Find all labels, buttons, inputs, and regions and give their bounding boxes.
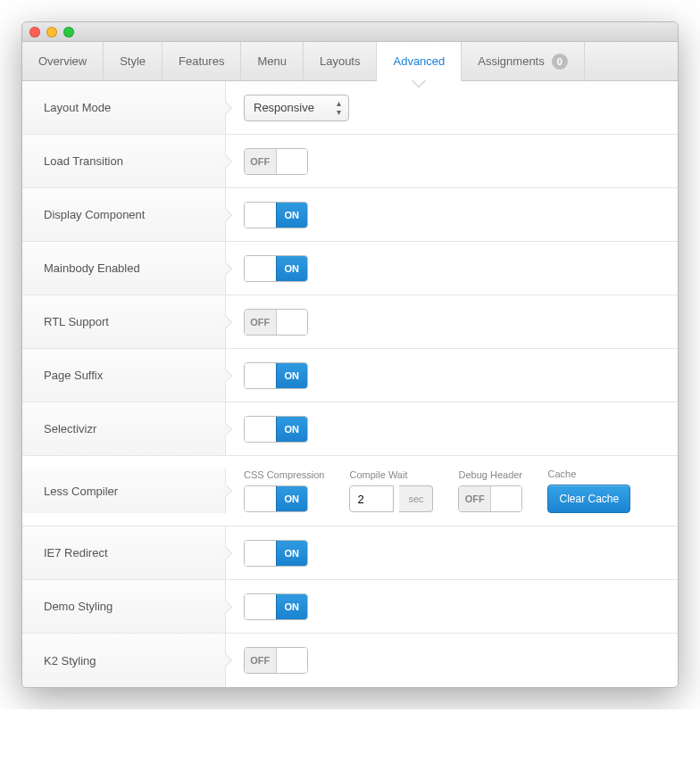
- tab-advanced[interactable]: Advanced: [377, 42, 462, 81]
- load-transition-toggle[interactable]: OFF: [244, 148, 308, 175]
- row-page-suffix: Page Suffix ON: [22, 349, 678, 402]
- demo-styling-toggle[interactable]: ON: [244, 593, 308, 620]
- row-less-compiler: Less Compiler CSS Compression ON Compile…: [22, 456, 678, 526]
- tab-label: Advanced: [393, 54, 445, 68]
- tab-assignments[interactable]: Assignments 0: [462, 42, 584, 80]
- compile-wait-group: Compile Wait sec: [349, 469, 433, 512]
- toggle-off-label: OFF: [245, 310, 277, 335]
- toggle-on-label: ON: [276, 486, 308, 511]
- tab-style[interactable]: Style: [104, 42, 162, 80]
- tab-label: Menu: [257, 54, 287, 68]
- row-label: Display Component: [22, 188, 226, 241]
- row-label: Selectivizr: [22, 402, 226, 455]
- row-load-transition: Load Transition OFF: [22, 135, 678, 188]
- row-label: K2 Styling: [22, 634, 226, 687]
- advanced-panel: Layout Mode Responsive ▴▾ Load Transitio…: [22, 81, 678, 687]
- tab-menu[interactable]: Menu: [241, 42, 304, 80]
- toggle-on-label: ON: [276, 363, 308, 388]
- assignments-count-badge: 0: [552, 54, 568, 70]
- toggle-on-label: ON: [276, 594, 308, 619]
- toggle-knob: [245, 541, 276, 566]
- sublabel: Compile Wait: [349, 469, 433, 480]
- selectivizr-toggle[interactable]: ON: [244, 416, 308, 443]
- debug-header-group: Debug Header OFF: [458, 469, 522, 512]
- sublabel: CSS Compression: [244, 469, 324, 480]
- window-zoom-icon[interactable]: [63, 27, 74, 37]
- toggle-knob: [245, 363, 276, 388]
- tab-overview[interactable]: Overview: [22, 42, 104, 80]
- toggle-knob: [245, 256, 276, 281]
- display-component-toggle[interactable]: ON: [244, 202, 308, 228]
- k2-styling-toggle[interactable]: OFF: [244, 647, 308, 674]
- sublabel: Cache: [547, 468, 630, 479]
- debug-header-toggle[interactable]: OFF: [458, 485, 522, 512]
- toggle-knob: [491, 486, 522, 511]
- ie7-redirect-toggle[interactable]: ON: [244, 540, 308, 567]
- cache-group: Cache Clear Cache: [547, 468, 630, 513]
- clear-cache-button[interactable]: Clear Cache: [547, 485, 630, 513]
- tab-label: Layouts: [320, 54, 361, 68]
- chevron-updown-icon: ▴▾: [337, 99, 341, 117]
- tabbar: Overview Style Features Menu Layouts Adv…: [22, 42, 678, 81]
- tab-label: Features: [179, 54, 224, 68]
- css-compression-toggle[interactable]: ON: [244, 485, 308, 512]
- toggle-knob: [277, 310, 308, 335]
- tab-label: Overview: [38, 54, 87, 68]
- row-rtl-support: RTL Support OFF: [22, 295, 678, 349]
- row-label: Mainbody Enabled: [22, 242, 226, 294]
- toggle-on-label: ON: [276, 256, 308, 281]
- row-label: Less Compiler: [22, 468, 226, 513]
- tab-label: Style: [120, 54, 146, 68]
- row-label: Layout Mode: [22, 81, 226, 134]
- toggle-knob: [245, 594, 276, 619]
- settings-window: Overview Style Features Menu Layouts Adv…: [21, 21, 679, 688]
- row-layout-mode: Layout Mode Responsive ▴▾: [22, 81, 678, 135]
- row-label: Load Transition: [22, 135, 226, 187]
- row-label: Page Suffix: [22, 349, 226, 402]
- compile-wait-unit: sec: [399, 485, 433, 512]
- toggle-knob: [277, 149, 308, 174]
- row-demo-styling: Demo Styling ON: [22, 580, 678, 634]
- toggle-knob: [245, 486, 276, 511]
- page-suffix-toggle[interactable]: ON: [244, 362, 308, 389]
- toggle-off-label: OFF: [245, 648, 277, 673]
- tab-layouts[interactable]: Layouts: [304, 42, 378, 80]
- toggle-on-label: ON: [276, 541, 308, 566]
- row-k2-styling: K2 Styling OFF: [22, 634, 678, 687]
- mainbody-enabled-toggle[interactable]: ON: [244, 255, 308, 282]
- titlebar: [22, 22, 678, 42]
- window-close-icon[interactable]: [29, 27, 40, 37]
- row-selectivizr: Selectivizr ON: [22, 402, 678, 456]
- toggle-on-label: ON: [276, 203, 308, 228]
- row-label: RTL Support: [22, 295, 226, 348]
- tab-features[interactable]: Features: [162, 42, 241, 80]
- toggle-off-label: OFF: [245, 149, 277, 174]
- compile-wait-input[interactable]: [349, 485, 394, 512]
- sublabel: Debug Header: [458, 469, 522, 480]
- row-display-component: Display Component ON: [22, 188, 678, 242]
- row-mainbody-enabled: Mainbody Enabled ON: [22, 242, 678, 295]
- row-label: Demo Styling: [22, 580, 226, 633]
- rtl-support-toggle[interactable]: OFF: [244, 309, 308, 336]
- toggle-on-label: ON: [276, 417, 308, 442]
- toggle-knob: [277, 648, 308, 673]
- layout-mode-select[interactable]: Responsive ▴▾: [244, 95, 349, 121]
- window-minimize-icon[interactable]: [46, 27, 57, 37]
- select-value: Responsive: [254, 101, 314, 114]
- toggle-knob: [245, 203, 276, 228]
- css-compression-group: CSS Compression ON: [244, 469, 324, 512]
- row-label: IE7 Redirect: [22, 526, 226, 579]
- toggle-off-label: OFF: [459, 486, 491, 511]
- tab-label: Assignments: [478, 54, 544, 68]
- toggle-knob: [245, 417, 276, 442]
- row-ie7-redirect: IE7 Redirect ON: [22, 526, 678, 580]
